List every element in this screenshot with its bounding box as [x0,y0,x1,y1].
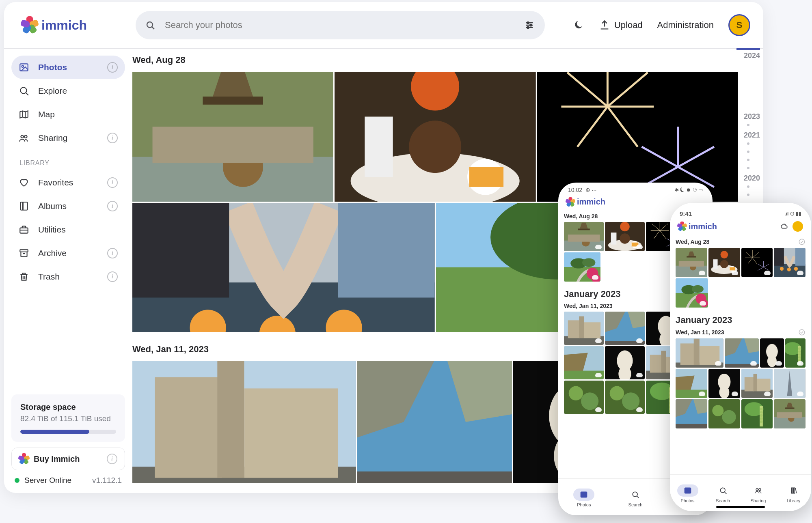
photo-tile[interactable] [774,399,806,428]
sidebar-item-explore[interactable]: Explore [11,79,125,103]
cloud-sync-icon[interactable] [780,222,788,231]
photo-tile[interactable] [708,399,740,428]
photo-tile[interactable] [676,369,707,398]
photo-tile[interactable] [537,72,738,202]
administration-label: Administration [657,20,714,30]
scrubber-year[interactable]: 2024 [744,52,760,60]
photo-tile[interactable] [357,361,512,483]
month-header[interactable]: January 2023 [676,315,806,325]
photo-row [676,278,806,308]
info-icon[interactable]: i [107,201,118,211]
cloud-sync-icon [700,301,706,306]
library-icon [790,486,798,495]
photo-tile[interactable] [741,369,773,398]
photo-tile[interactable] [132,203,435,332]
app-logo[interactable]: immich [22,17,87,33]
storage-progress [20,430,116,434]
tab-label: Sharing [751,498,766,503]
photo-tile[interactable] [605,222,645,251]
photo-tile[interactable] [676,278,708,308]
search-input[interactable] [164,19,515,31]
dark-mode-icon[interactable] [573,19,584,31]
photo-tile[interactable] [564,222,604,251]
upload-button[interactable]: Upload [599,19,643,31]
info-icon[interactable]: i [107,271,118,282]
photo-tile[interactable] [676,338,723,368]
administration-link[interactable]: Administration [657,20,714,30]
photo-tile[interactable] [605,381,645,414]
photo-tile[interactable] [605,312,645,345]
scrubber-marker[interactable] [736,48,760,50]
photo-tile[interactable] [774,248,806,277]
sidebar-item-label: Sharing [38,133,67,143]
tab-library[interactable]: Library [783,484,804,503]
server-version: v1.112.1 [92,476,122,485]
search-icon [719,486,727,495]
search-bar[interactable] [136,11,545,39]
photo-tile[interactable] [132,72,333,202]
scrubber-year[interactable]: 2023 [744,112,760,121]
info-icon[interactable]: i [107,177,118,188]
tab-sharing[interactable]: Sharing [748,484,769,503]
date-header[interactable]: Wed, Aug 28 [132,55,738,65]
user-avatar[interactable]: S [728,14,750,36]
check-circle-icon[interactable] [798,238,806,245]
tab-search[interactable]: Search [625,489,646,507]
photo-tile[interactable] [564,346,604,379]
date-header[interactable]: Wed, Aug 28 [676,238,806,245]
photo-tile[interactable] [760,338,784,368]
photo-tile[interactable] [132,361,356,483]
tab-photos[interactable]: Photos [677,484,698,503]
info-icon[interactable]: i [107,133,118,143]
sidebar-item-archive[interactable]: Archive i [11,241,125,265]
photo-tile[interactable] [708,369,740,398]
photo-tile[interactable] [564,312,604,345]
info-icon[interactable]: i [107,454,117,464]
photo-tile[interactable] [564,381,604,414]
buy-immich-button[interactable]: Buy Immich i [11,448,125,470]
sidebar-item-photos[interactable]: Photos i [11,56,125,79]
scrubber-tick [747,185,749,188]
photo-tile[interactable] [725,338,759,368]
scrubber-year[interactable]: 2020 [744,174,760,183]
photo-tile[interactable] [335,72,536,202]
cloud-sync-icon [797,361,803,366]
sidebar-item-utilities[interactable]: Utilities [11,218,125,241]
date-header[interactable]: Wed, Jan 11, 2023 [676,329,806,336]
photo-tile[interactable] [605,346,645,379]
search-icon [145,20,155,30]
user-avatar[interactable] [793,221,803,232]
image-icon [684,486,692,495]
storage-title: Storage space [20,402,116,412]
photo-tile[interactable] [564,252,600,282]
sidebar-item-map[interactable]: Map [11,103,125,126]
search-filter-icon[interactable] [524,19,535,31]
check-circle-icon[interactable] [798,329,806,336]
tab-label: Photos [680,498,694,503]
scrubber-year[interactable]: 2021 [744,131,760,140]
photo-tile[interactable] [741,248,773,277]
cloud-sync-icon [592,275,598,280]
tab-label: Search [716,498,730,503]
info-icon[interactable]: i [107,62,118,73]
photo-tile[interactable] [676,248,707,277]
sidebar-item-sharing[interactable]: Sharing i [11,126,125,150]
tab-photos[interactable]: Photos [573,489,594,507]
sidebar-item-favorites[interactable]: Favorites i [11,171,125,194]
scrubber-tick [747,151,749,153]
photo-tile[interactable] [774,369,806,398]
ios-app-bar: immich [670,220,811,235]
status-time: 9:41 [680,210,692,217]
users-icon [754,486,762,495]
sidebar-item-trash[interactable]: Trash i [11,265,125,288]
tab-search[interactable]: Search [713,484,734,503]
photo-tile[interactable] [785,338,806,368]
sidebar-item-label: Utilities [38,225,66,235]
sidebar-item-albums[interactable]: Albums i [11,194,125,218]
photo-tile[interactable] [708,248,740,277]
photo-row [676,338,806,368]
info-icon[interactable]: i [107,248,118,258]
photo-tile[interactable] [741,399,773,428]
tab-label: Photos [577,502,591,507]
photo-tile[interactable] [676,399,707,428]
